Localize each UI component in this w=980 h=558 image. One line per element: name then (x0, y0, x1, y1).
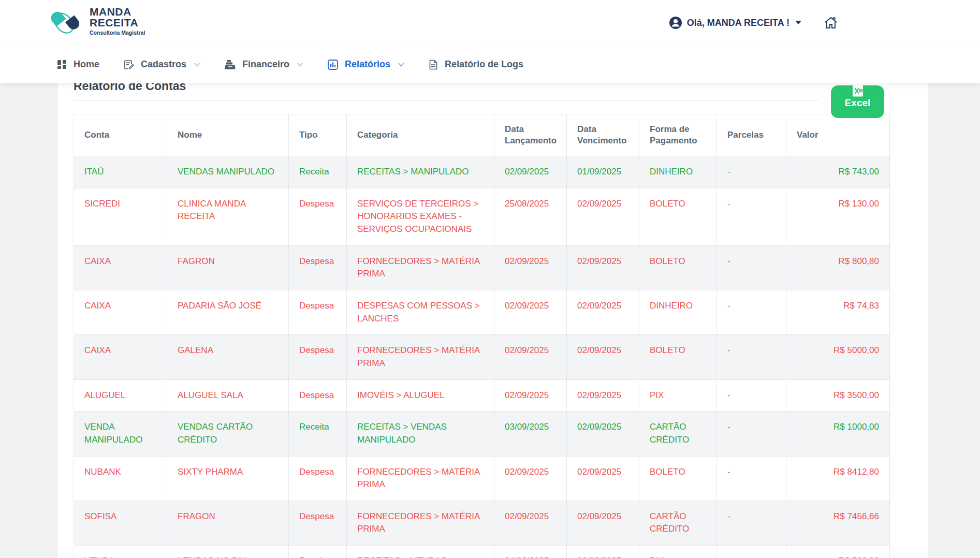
page-title: Relatório de Contas (74, 83, 913, 93)
cell-data-vencimento: 02/09/2025 (567, 245, 639, 290)
nav-item-label: Financeiro (242, 59, 289, 70)
cell-conta: CAIXA (74, 245, 167, 290)
cell-categoria: SERVIÇOS DE TERCEIROS > HONORARIOS EXAME… (347, 188, 494, 245)
cell-tipo: Despesa (289, 456, 347, 501)
cell-valor: R$ 74,83 (786, 290, 890, 335)
bar-chart-icon (328, 60, 338, 70)
column-header-tipo: Tipo (289, 114, 347, 156)
cell-valor: R$ 500,00 (786, 546, 890, 558)
cell-valor: R$ 3500,00 (786, 379, 890, 412)
nav-item-label: Relatórios (345, 59, 390, 70)
top-header-bar: MANDA RECEITA Consultoria Magistral Olá,… (0, 0, 980, 46)
main-nav: HomeCadastrosFinanceiroRelatóriosRelatór… (0, 46, 980, 83)
cell-nome: VENDAS MANIPULADO (167, 156, 289, 188)
cell-conta: VENDA MANIPULADO (74, 412, 167, 456)
pill-logo-icon (49, 5, 83, 37)
cell-data-lancamento: 25/08/2025 (494, 188, 567, 245)
cell-tipo: Despesa (289, 188, 347, 245)
chevron-down-icon (297, 63, 303, 67)
cell-data-lancamento: 02/09/2025 (494, 501, 567, 545)
cell-tipo: Receita (289, 156, 347, 188)
cell-conta: VENDA (74, 546, 167, 558)
cell-parcelas: - (717, 245, 786, 290)
cell-categoria: FORNECEDORES > MATÉRIA PRIMA (347, 245, 494, 290)
nav-item-label: Home (74, 59, 99, 70)
cell-conta: ALUGUEL (74, 379, 167, 412)
table-row: SOFISAFRAGONDespesaFORNECEDORES > MATÉRI… (74, 501, 890, 545)
cell-data-vencimento: 02/09/2025 (567, 188, 639, 245)
cell-tipo: Despesa (289, 501, 347, 545)
cell-tipo: Despesa (289, 245, 347, 290)
cell-parcelas: - (717, 379, 786, 412)
nav-item-financeiro[interactable]: Financeiro (225, 59, 303, 70)
user-menu[interactable]: Olá, MANDA RECEITA ! (669, 16, 801, 30)
cell-valor: R$ 7456,66 (786, 501, 890, 545)
nav-item-label: Cadastros (141, 59, 186, 70)
table-row: VENDAVENDAS NO PIXReceitaRECEITAS > VEND… (74, 546, 890, 558)
nav-item-relatorio-de-logs[interactable]: Relatório de Logs (429, 59, 523, 70)
nav-item-relatorios[interactable]: Relatórios (328, 59, 404, 70)
column-header-data-vencimento: Data Vencimento (567, 114, 639, 156)
cell-data-vencimento: 02/09/2025 (567, 379, 639, 412)
table-row: CAIXAFAGRONDespesaFORNECEDORES > MATÉRIA… (74, 245, 890, 290)
cell-nome: ALUGUEL SALA (167, 379, 289, 412)
brand-name-line2: RECEITA (90, 17, 145, 28)
cell-data-vencimento: 03/09/2025 (567, 546, 639, 558)
cell-data-vencimento: 02/09/2025 (567, 412, 639, 456)
cell-nome: FAGRON (167, 245, 289, 290)
table-row: VENDA MANIPULADOVENDAS CARTÃO CRÉDITORec… (74, 412, 890, 456)
cell-data-lancamento: 02/09/2025 (494, 379, 567, 412)
cell-nome: VENDAS CARTÃO CRÉDITO (167, 412, 289, 456)
cell-forma-de-pagamento: CARTÃO CRÉDITO (639, 501, 717, 545)
cell-conta: NUBANK (74, 456, 167, 501)
home-shortcut-button[interactable] (824, 17, 838, 29)
cell-forma-de-pagamento: PIX (639, 546, 717, 558)
cell-parcelas: - (717, 412, 786, 456)
cell-parcelas: - (717, 546, 786, 558)
column-header-data-lancamento: Data Lançamento (494, 114, 567, 156)
cell-forma-de-pagamento: BOLETO (639, 456, 717, 501)
cell-forma-de-pagamento: CARTÃO CRÉDITO (639, 412, 717, 456)
cell-tipo: Despesa (289, 379, 347, 412)
cell-tipo: Despesa (289, 335, 347, 379)
cell-forma-de-pagamento: DINHEIRO (639, 156, 717, 188)
cell-categoria: RECEITAS > MANIPULADO (347, 156, 494, 188)
cell-data-vencimento: 02/09/2025 (567, 335, 639, 379)
cell-parcelas: - (717, 501, 786, 545)
cell-conta: CAIXA (74, 335, 167, 379)
nav-item-cadastros[interactable]: Cadastros (124, 59, 200, 70)
table-row: ITAÚVENDAS MANIPULADOReceitaRECEITAS > M… (74, 156, 890, 188)
nav-item-home[interactable]: Home (57, 59, 99, 70)
excel-file-icon (852, 85, 864, 97)
cell-parcelas: - (717, 156, 786, 188)
cell-valor: R$ 130,00 (786, 188, 890, 245)
table-body: ITAÚVENDAS MANIPULADOReceitaRECEITAS > M… (74, 156, 890, 558)
cash-register-icon (225, 60, 236, 69)
brand-logo[interactable]: MANDA RECEITA Consultoria Magistral (49, 5, 145, 37)
export-excel-button[interactable]: Excel (831, 85, 884, 118)
cell-conta: SOFISA (74, 501, 167, 545)
column-header-nome: Nome (167, 114, 289, 156)
cell-parcelas: - (717, 456, 786, 501)
accounts-report-table: ContaNomeTipoCategoriaData LançamentoDat… (74, 114, 890, 558)
cell-categoria: RECEITAS > VENDAS VAREJO (347, 546, 494, 558)
cell-valor: R$ 743,00 (786, 156, 890, 188)
cell-categoria: FORNECEDORES > MATÉRIA PRIMA (347, 335, 494, 379)
grid-icon (57, 60, 67, 69)
chevron-down-icon (194, 63, 200, 67)
cell-valor: R$ 1000,00 (786, 412, 890, 456)
cell-forma-de-pagamento: BOLETO (639, 335, 717, 379)
cell-data-lancamento: 02/09/2025 (494, 456, 567, 501)
caret-down-icon (795, 21, 801, 25)
cell-nome: GALENA (167, 335, 289, 379)
cell-categoria: IMOVÉIS > ALUGUEL (347, 379, 494, 412)
cell-data-lancamento: 02/09/2025 (494, 290, 567, 335)
table-row: ALUGUELALUGUEL SALADespesaIMOVÉIS > ALUG… (74, 379, 890, 412)
cell-valor: R$ 8412,80 (786, 456, 890, 501)
page: MANDA RECEITA Consultoria Magistral Olá,… (0, 0, 980, 558)
table-row: CAIXAGALENADespesaFORNECEDORES > MATÉRIA… (74, 335, 890, 379)
cell-data-lancamento: 03/09/2025 (494, 412, 567, 456)
cell-parcelas: - (717, 335, 786, 379)
column-header-parcelas: Parcelas (717, 114, 786, 156)
user-circle-icon (669, 16, 682, 30)
